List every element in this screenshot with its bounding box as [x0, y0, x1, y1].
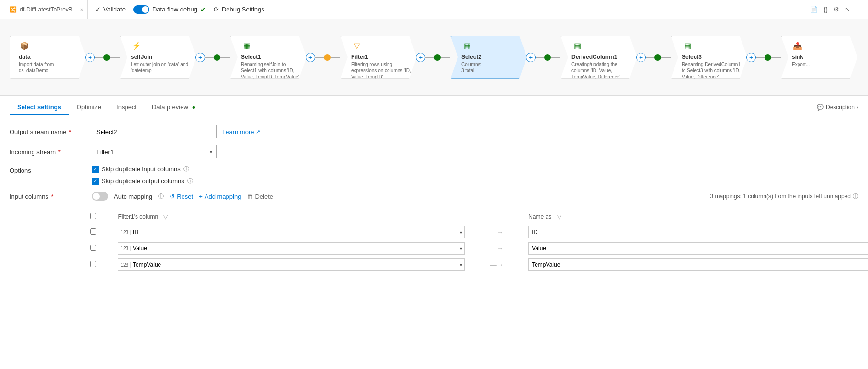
pipeline-node-filter1[interactable]: ▽ Filter1 Filtering rows using expressio…: [340, 36, 417, 79]
node-selfjoin[interactable]: ⚡ selfJoin Left outer join on 'data' and…: [120, 36, 196, 79]
pipeline-node-selfjoin[interactable]: ⚡ selfJoin Left outer join on 'data' and…: [120, 36, 196, 79]
node-select1[interactable]: ▦ Select1 Renaming selfJoin to Select1 w…: [230, 36, 307, 79]
row-from-select-2[interactable]: TempValue: [131, 261, 458, 268]
row-from-select-1[interactable]: Value: [131, 245, 458, 252]
incoming-stream-select[interactable]: Filter1: [92, 145, 216, 158]
skip-output-checkbox[interactable]: [92, 178, 99, 185]
row-from-select-0[interactable]: ID: [131, 229, 458, 235]
pipeline-node-derived1[interactable]: ▦ DerivedColumn1 Creating/updating the c…: [560, 36, 637, 79]
connector-6: [331, 57, 340, 58]
add-mapping-btn[interactable]: + Add mapping: [199, 193, 241, 200]
row-checkbox-cell[interactable]: [86, 224, 114, 241]
select-all-checkbox[interactable]: [90, 213, 96, 219]
script-icon[interactable]: 📄: [810, 6, 818, 13]
connector-2: [110, 57, 120, 58]
node-select3[interactable]: ▦ Select3 Renaming DerivedColumn1 to Sel…: [671, 36, 747, 79]
output-stream-input[interactable]: [92, 125, 217, 138]
row-to-input-0[interactable]: [528, 226, 868, 238]
debug-toggle-switch[interactable]: [133, 5, 149, 14]
row-from-select-wrap[interactable]: 123 Value ▾: [118, 242, 465, 255]
settings-icon[interactable]: ⚙: [834, 6, 839, 13]
col-header-check[interactable]: [86, 210, 114, 224]
skip-input-info-icon[interactable]: ⓘ: [183, 165, 189, 173]
from-filter-icon[interactable]: ▽: [163, 213, 168, 220]
debug-settings-btn[interactable]: ⟳ Debug Settings: [214, 6, 264, 13]
add-after-data[interactable]: +: [85, 53, 95, 62]
row-checkbox-cell[interactable]: [86, 240, 114, 257]
tab-inspect[interactable]: Inspect: [109, 100, 144, 115]
description-btn[interactable]: 💬 Description ›: [817, 104, 858, 111]
node-data[interactable]: 📦 data Import data fromds_dataDemo: [10, 36, 86, 79]
node-filter1[interactable]: ▽ Filter1 Filtering rows using expressio…: [340, 36, 417, 79]
add-after-select1[interactable]: +: [306, 53, 315, 62]
table-row: 123 Value ▾ —→ + 🗑: [86, 240, 868, 257]
add-after-filter1[interactable]: +: [416, 53, 425, 62]
node-select1-icon: ▦: [241, 40, 252, 52]
delete-icon: 🗑: [247, 193, 253, 200]
row-to-input-1[interactable]: [528, 242, 868, 255]
debug-label: Data flow debug: [152, 6, 197, 13]
auto-mapping-info-icon[interactable]: ⓘ: [158, 192, 164, 201]
add-icon: +: [199, 193, 203, 200]
row-to-input-2[interactable]: [528, 258, 868, 271]
to-filter-icon[interactable]: ▽: [557, 213, 561, 220]
code-icon[interactable]: {}: [823, 6, 828, 13]
options-content: Skip duplicate input columns ⓘ Skip dupl…: [92, 165, 193, 185]
toolbar-right: 📄 {} ⚙ ⤡ …: [810, 6, 862, 13]
close-icon[interactable]: ×: [80, 7, 83, 12]
row-checkbox-0[interactable]: [90, 228, 96, 235]
expand-icon[interactable]: ⤡: [845, 6, 850, 13]
form-area: Output stream name * Learn more ↗ Incomi…: [10, 115, 858, 289]
top-bar: 🔀 df-DiffLatestToPrevR... × ✓ Validate D…: [0, 0, 868, 19]
node-derived1[interactable]: ▦ DerivedColumn1 Creating/updating the c…: [560, 36, 637, 79]
pipeline-node-sink[interactable]: 📤 sink Export...: [781, 36, 857, 79]
skip-output-info-icon[interactable]: ⓘ: [187, 177, 193, 185]
mapping-table-wrapper: Filter1's column ▽ Name as ▽: [86, 210, 868, 273]
node-circle-5: [544, 54, 551, 61]
node-select2[interactable]: ▦ Select2 Columns:3 total: [450, 36, 527, 79]
add-after-selfjoin[interactable]: +: [195, 53, 205, 62]
pipeline-node-select1[interactable]: ▦ Select1 Renaming selfJoin to Select1 w…: [230, 36, 307, 79]
skip-input-checkbox[interactable]: [92, 166, 99, 173]
node-sink-desc: Export...: [792, 61, 853, 67]
node-selfjoin-title: selfJoin: [131, 54, 192, 60]
node-circle-7: [765, 54, 771, 61]
connector-7: [424, 57, 434, 58]
skip-input-row: Skip duplicate input columns ⓘ: [92, 165, 193, 173]
row-checkbox-cell[interactable]: [86, 257, 114, 273]
more-icon[interactable]: …: [856, 6, 862, 13]
connector-14: [771, 57, 781, 58]
delete-btn[interactable]: 🗑 Delete: [247, 193, 273, 200]
tab-data-preview[interactable]: Data preview ●: [144, 100, 203, 115]
pipeline-node-select2[interactable]: ▦ Select2 Columns:3 total: [450, 36, 527, 79]
debug-toggle[interactable]: Data flow debug ✔: [133, 5, 206, 14]
connector-13: [755, 57, 765, 58]
tab-optimize[interactable]: Optimize: [69, 100, 109, 115]
connector-9: [535, 57, 544, 58]
add-after-select3[interactable]: +: [746, 53, 756, 62]
incoming-stream-select-wrap[interactable]: Filter1 ▾: [92, 145, 217, 158]
debug-settings-label: Debug Settings: [222, 6, 264, 13]
add-after-derived1[interactable]: +: [636, 53, 646, 62]
pipeline-node-data[interactable]: 📦 data Import data fromds_dataDemo: [10, 36, 86, 79]
file-tab[interactable]: 🔀 df-DiffLatestToPrevR... ×: [6, 0, 88, 19]
row-checkbox-2[interactable]: [90, 261, 96, 267]
node-sink[interactable]: 📤 sink Export...: [781, 36, 857, 79]
table-row: 123 ID ▾ —→ + 🗑: [86, 224, 868, 241]
validate-btn[interactable]: ✓ Validate: [95, 6, 126, 13]
mappings-info-icon[interactable]: ⓘ: [853, 192, 858, 201]
tab-select-settings[interactable]: Select settings: [10, 100, 69, 115]
node-data-icon: 📦: [19, 40, 30, 52]
type-badge-2: 123: [118, 262, 131, 268]
reset-btn[interactable]: ↺ Reset: [170, 193, 193, 200]
auto-mapping-label: Auto mapping: [114, 193, 152, 200]
add-after-select2[interactable]: +: [526, 53, 536, 62]
auto-mapping-toggle[interactable]: [92, 192, 108, 201]
settings-panel: Select settings Optimize Inspect Data pr…: [0, 96, 868, 289]
learn-more-link[interactable]: Learn more ↗: [222, 128, 260, 135]
row-from-select-wrap[interactable]: 123 ID ▾: [118, 226, 465, 238]
row-from-select-wrap[interactable]: 123 TempValue ▾: [118, 258, 465, 271]
pipeline-node-select3[interactable]: ▦ Select3 Renaming DerivedColumn1 to Sel…: [671, 36, 747, 79]
row-checkbox-1[interactable]: [90, 245, 96, 251]
row-to-cell: [525, 257, 868, 273]
